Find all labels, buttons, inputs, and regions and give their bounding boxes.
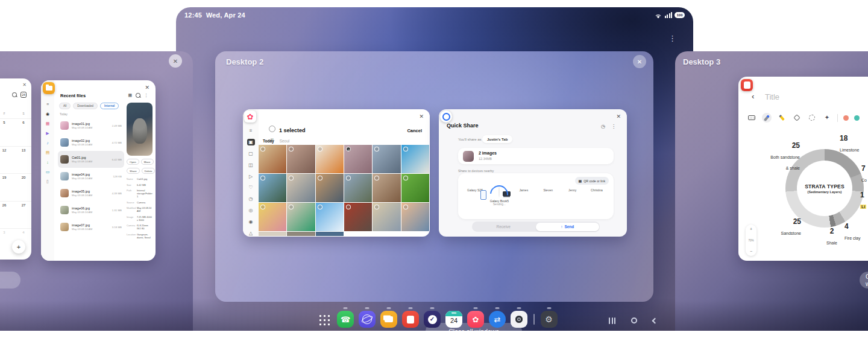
- filter-chip[interactable]: Internal: [100, 103, 119, 109]
- photo-select-circle[interactable]: [260, 205, 265, 209]
- photo-tile[interactable]: [401, 145, 429, 173]
- photo-tile[interactable]: [316, 174, 344, 202]
- file-row[interactable]: image06.jpgMay 03 08:24 AM 1.31 MB: [58, 202, 124, 218]
- calendar-week-row[interactable]: 56: [0, 118, 31, 146]
- documents-icon[interactable]: ▤: [46, 150, 50, 155]
- file-row[interactable]: image07.jpgMay 03 08:24 AM 3.18 MB: [58, 218, 124, 235]
- quick-share-close-icon[interactable]: ✕: [616, 113, 621, 120]
- share-target[interactable]: Christina: [585, 187, 609, 206]
- file-row[interactable]: Cat01.jpgMay 03 08:24 AM 6.42 MB: [58, 151, 124, 168]
- close-all-windows-button-partial[interactable]: [0, 272, 20, 289]
- photo-tile[interactable]: [373, 145, 400, 173]
- my-files-icon[interactable]: [380, 311, 397, 328]
- file-action-button[interactable]: Delete: [142, 168, 156, 174]
- quick-share-window[interactable]: ✕ Quick Share ◷ ⋮ You'll share as Justin…: [439, 109, 627, 237]
- photo-tile[interactable]: [287, 174, 315, 202]
- photo-select-circle[interactable]: [289, 205, 294, 209]
- today-icon[interactable]: 24: [20, 92, 27, 98]
- camera-icon[interactable]: [511, 311, 527, 328]
- zoom-out-button[interactable]: −: [750, 249, 752, 253]
- search-icon[interactable]: [136, 93, 140, 98]
- photo-select-circle[interactable]: [318, 205, 322, 209]
- locations-icon[interactable]: ◎: [247, 207, 255, 214]
- photo-select-circle[interactable]: [260, 176, 265, 180]
- pen-tool-icon[interactable]: [762, 113, 772, 123]
- add-event-button[interactable]: +: [12, 240, 25, 253]
- calendar-week-row[interactable]: 1920: [0, 173, 31, 201]
- recent-icon[interactable]: ◉: [46, 112, 49, 116]
- photo-select-circle[interactable]: [346, 176, 351, 180]
- photo-tile[interactable]: [401, 174, 429, 202]
- keyboard-tool-icon[interactable]: [747, 113, 756, 123]
- apps-grid-icon[interactable]: [315, 311, 332, 328]
- photo-tile[interactable]: [316, 232, 344, 236]
- file-row[interactable]: image01.jpgMay 03 08:24 AM 2.49 MB: [58, 117, 124, 134]
- photo-tile[interactable]: [287, 232, 315, 236]
- zoom-in-button[interactable]: +: [750, 227, 752, 231]
- videos-icon[interactable]: ▷: [247, 173, 255, 180]
- photo-tile[interactable]: [344, 203, 372, 231]
- recents-button[interactable]: [609, 316, 615, 325]
- recent-icon[interactable]: ◷: [247, 196, 255, 202]
- back-button[interactable]: [653, 316, 657, 325]
- share-target[interactable]: Galaxy S25: [463, 187, 487, 206]
- file-row[interactable]: image02.jpgMay 03 08:24 AM 4.72 MB: [58, 134, 124, 151]
- photo-select-circle[interactable]: [318, 147, 322, 151]
- qr-code-button[interactable]: ▦QR code or link: [575, 177, 609, 185]
- photo-tile[interactable]: [259, 145, 286, 173]
- highlighter-tool-icon[interactable]: [777, 113, 787, 123]
- favorites-icon[interactable]: ♡: [247, 185, 255, 191]
- storage-icon[interactable]: ▭: [46, 170, 50, 174]
- calendar-window[interactable]: ✕ 24 FS 56121319202627 34 +: [0, 78, 31, 260]
- trash-icon[interactable]: ▯: [46, 179, 49, 183]
- menu-icon[interactable]: ≡: [46, 102, 49, 106]
- gallery-icon[interactable]: ✿: [467, 311, 484, 328]
- photo-select-circle[interactable]: [374, 205, 379, 209]
- photo-tile[interactable]: [287, 203, 315, 231]
- photo-tile[interactable]: [259, 174, 286, 202]
- desktop-3-card[interactable]: Desktop 3 ‹ Title ✦ STRATA TYPES: [675, 51, 868, 331]
- photo-tile[interactable]: [373, 174, 400, 202]
- videos-icon[interactable]: ▶: [46, 131, 49, 135]
- quick-share-more-icon[interactable]: ⋮: [611, 124, 616, 129]
- audio-icon[interactable]: ♪: [46, 141, 49, 145]
- calendar-close-icon[interactable]: ✕: [22, 82, 27, 88]
- downloads-icon[interactable]: ↓: [46, 160, 49, 164]
- back-chevron-icon[interactable]: ‹: [752, 92, 754, 100]
- file-action-button[interactable]: Share: [127, 168, 140, 174]
- color-swatch-teal[interactable]: [854, 115, 860, 121]
- file-row[interactable]: image04.jpgMay 03 08:24 AM 128 KB: [58, 168, 124, 185]
- shared-icon[interactable]: ◉: [247, 218, 255, 225]
- share-target[interactable]: Steven: [536, 187, 560, 206]
- file-action-button[interactable]: Open: [127, 159, 139, 165]
- smart-switch-icon[interactable]: ⇄: [489, 311, 506, 328]
- trash-icon[interactable]: △: [247, 230, 255, 237]
- photo-tile[interactable]: [401, 203, 429, 231]
- send-button[interactable]: ↑Send: [536, 223, 599, 231]
- menu-icon[interactable]: ≡: [247, 127, 255, 134]
- photo-select-circle[interactable]: [403, 176, 408, 180]
- lasso-select-tool-icon[interactable]: [807, 113, 817, 123]
- calendar-week-row[interactable]: 1213: [0, 146, 31, 174]
- cancel-button[interactable]: Cancel: [407, 128, 422, 133]
- view-toggle-icon[interactable]: ▦: [128, 93, 132, 98]
- photo-select-circle[interactable]: [374, 176, 379, 180]
- photo-tile[interactable]: [373, 203, 400, 231]
- photo-select-circle[interactable]: [403, 147, 408, 151]
- file-row[interactable]: image05.jpgMay 03 08:24 AM 4.39 MB: [58, 185, 124, 202]
- phone-icon[interactable]: ☎: [337, 311, 354, 328]
- receive-button[interactable]: Receive: [472, 222, 535, 232]
- filter-chip[interactable]: Downloaded: [73, 103, 98, 109]
- desktop-left-card[interactable]: ✕ ✕ 24 FS 56121319202627 34 + ✕: [0, 51, 193, 331]
- share-target[interactable]: Jenny: [561, 187, 585, 206]
- stories-icon[interactable]: ◫: [247, 162, 255, 168]
- gallery-window[interactable]: ✿ ✕ ≡▣▢◫▷♡◷◎◉△ All 1 selected Cancel Tod…: [243, 109, 430, 237]
- photo-select-circle[interactable]: [346, 205, 351, 209]
- notes-window[interactable]: ‹ Title ✦ STRATA TYPES (Sedimentary Laye…: [738, 77, 868, 261]
- ai-assist-icon[interactable]: ✦: [822, 113, 832, 123]
- notes-icon[interactable]: [402, 311, 419, 328]
- photo-tile[interactable]: [344, 174, 372, 202]
- photo-tile[interactable]: [344, 145, 372, 173]
- file-action-button[interactable]: Move: [141, 159, 154, 165]
- photo-tile[interactable]: [259, 203, 286, 231]
